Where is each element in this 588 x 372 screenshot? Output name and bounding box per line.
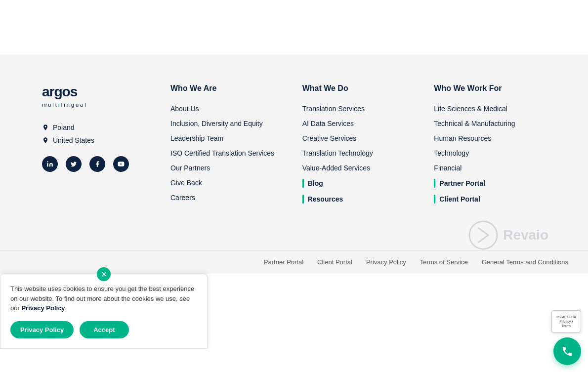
footer-link-technology[interactable]: Technology	[434, 149, 546, 157]
location-icon	[42, 124, 49, 131]
close-icon: ✕	[101, 270, 107, 279]
footer-col-what-we-do: What We DoTranslation ServicesAI Data Se…	[302, 84, 415, 210]
cookie-buttons: Privacy Policy Accept	[10, 321, 195, 338]
location-icon	[42, 137, 49, 144]
footer-link-partner-portal[interactable]: Partner Portal	[434, 179, 546, 188]
cookie-text: This website uses cookies to ensure you …	[10, 284, 195, 313]
footer-link-value-added-services[interactable]: Value-Added Services	[302, 164, 415, 172]
footer-col-heading-what-we-do: What We Do	[302, 84, 415, 93]
cookie-close-button[interactable]: ✕	[97, 267, 111, 281]
youtube-icon[interactable]	[113, 156, 129, 172]
accent-bar	[434, 195, 435, 204]
footer-link-translation-services[interactable]: Translation Services	[302, 105, 415, 113]
footer-bottom-bar: Partner PortalClient PortalPrivacy Polic…	[0, 250, 588, 274]
accent-bar	[302, 195, 304, 204]
footer-link-technical-manufacturing[interactable]: Technical & Manufacturing	[434, 120, 546, 127]
facebook-icon[interactable]	[89, 156, 105, 172]
location-item: United States	[42, 136, 151, 144]
location-list: PolandUnited States	[42, 124, 151, 144]
privacy-policy-button[interactable]: Privacy Policy	[10, 321, 74, 338]
social-icons	[42, 156, 151, 172]
footer-link-creative-services[interactable]: Creative Services	[302, 134, 415, 142]
footer-link-careers[interactable]: Careers	[170, 194, 283, 202]
cookie-privacy-link[interactable]: Privacy Policy	[21, 304, 65, 312]
footer-link-iso-certified-translation-services[interactable]: ISO Certified Translation Services	[170, 149, 283, 157]
footer-link-translation-technology[interactable]: Translation Technology	[302, 149, 415, 157]
logo[interactable]: argos multilingual	[42, 84, 87, 109]
footer-bottom-link-privacy-policy[interactable]: Privacy Policy	[366, 258, 406, 266]
footer-grid: argos multilingual PolandUnited States	[22, 84, 566, 210]
footer-col-who-we-are: Who We AreAbout UsInclusion, Diversity a…	[170, 84, 283, 210]
twitter-icon[interactable]	[66, 156, 82, 172]
footer-col-heading-who-we-work-for: Who We Work For	[434, 84, 546, 93]
footer-bottom-link-client-portal[interactable]: Client Portal	[317, 258, 352, 266]
location-item: Poland	[42, 124, 151, 131]
footer-link-life-sciences-medical[interactable]: Life Sciences & Medical	[434, 105, 546, 113]
accent-bar	[434, 179, 435, 188]
footer-link-resources[interactable]: Resources	[302, 195, 415, 204]
accent-bar	[302, 179, 304, 188]
revain-watermark: Revaio	[0, 220, 588, 250]
linkedin-icon[interactable]	[42, 156, 58, 172]
footer-link-leadership-team[interactable]: Leadership Team	[170, 134, 283, 142]
footer-bottom-links: Partner PortalClient PortalPrivacy Polic…	[264, 258, 568, 266]
footer-link-blog[interactable]: Blog	[302, 179, 415, 188]
footer-link-give-back[interactable]: Give Back	[170, 179, 283, 187]
phone-fab-button[interactable]	[553, 337, 581, 349]
logo-sub: multilingual	[42, 102, 87, 108]
footer: argos multilingual PolandUnited States	[0, 54, 588, 274]
footer-link-client-portal[interactable]: Client Portal	[434, 195, 546, 204]
accept-cookies-button[interactable]: Accept	[80, 321, 128, 338]
footer-bottom-link-partner-portal[interactable]: Partner Portal	[264, 258, 303, 266]
logo-wrapper: argos multilingual	[42, 84, 151, 109]
footer-link-ai-data-services[interactable]: AI Data Services	[302, 120, 415, 127]
svg-point-0	[47, 161, 48, 162]
footer-link-inclusion,-diversity-and-equity[interactable]: Inclusion, Diversity and Equity	[170, 120, 283, 127]
footer-col-heading-who-we-are: Who We Are	[170, 84, 283, 93]
recaptcha-text: reCAPTCHAPrivacy • Terms	[555, 315, 578, 328]
svg-point-2	[469, 221, 497, 249]
footer-link-human-resources[interactable]: Human Resources	[434, 134, 546, 142]
recaptcha-badge: reCAPTCHAPrivacy • Terms	[551, 310, 581, 332]
footer-link-about-us[interactable]: About Us	[170, 105, 283, 113]
top-white-bar	[0, 0, 588, 54]
footer-link-financial[interactable]: Financial	[434, 164, 546, 172]
cookie-banner: ✕ This website uses cookies to ensure yo…	[0, 274, 208, 349]
logo-main: argos	[42, 84, 77, 99]
footer-col-who-we-work-for: Who We Work ForLife Sciences & MedicalTe…	[434, 84, 546, 210]
footer-bottom-link-general-terms-and-conditions[interactable]: General Terms and Conditions	[482, 258, 568, 266]
logo-column: argos multilingual PolandUnited States	[42, 84, 151, 210]
footer-bottom-link-terms-of-service[interactable]: Terms of Service	[420, 258, 468, 266]
footer-area: argos multilingual PolandUnited States	[0, 54, 588, 274]
footer-link-our-partners[interactable]: Our Partners	[170, 164, 283, 172]
